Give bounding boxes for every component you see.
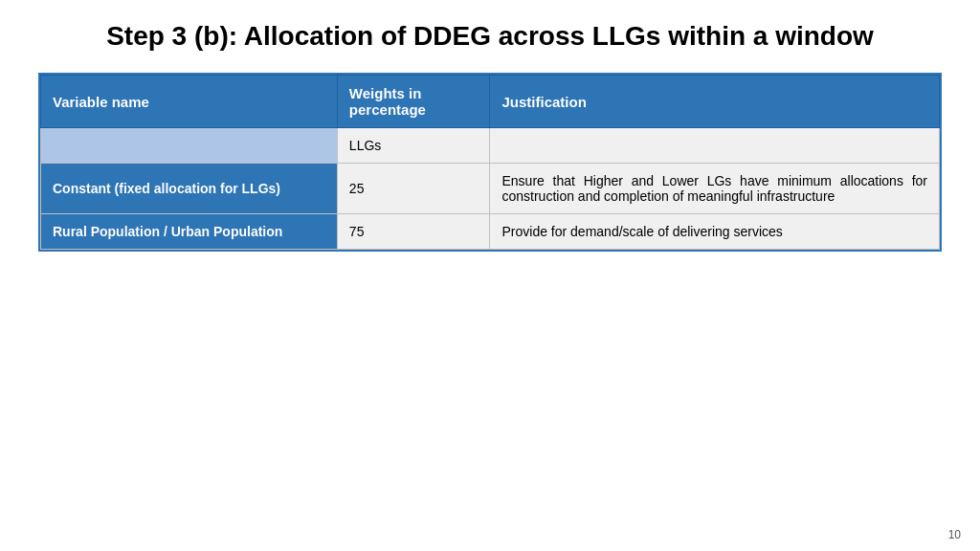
- cell-llgs-weight: LLGs: [337, 128, 490, 164]
- table-row-rural: Rural Population / Urban Population 75 P…: [41, 214, 940, 250]
- col-header-justification: Justification: [490, 76, 940, 128]
- table-header-row: Variable name Weights in percentage Just…: [41, 76, 940, 128]
- cell-rural-justification: Provide for demand/scale of delivering s…: [490, 214, 940, 250]
- cell-rural-variable: Rural Population / Urban Population: [41, 214, 338, 250]
- page-title: Step 3 (b): Allocation of DDEG across LL…: [106, 19, 874, 54]
- cell-constant-weight: 25: [337, 164, 490, 214]
- page-number: 10: [948, 528, 961, 541]
- allocation-table: Variable name Weights in percentage Just…: [40, 75, 940, 250]
- cell-llgs-variable: [41, 128, 338, 164]
- table-row-constant: Constant (fixed allocation for LLGs) 25 …: [41, 164, 940, 214]
- cell-constant-variable: Constant (fixed allocation for LLGs): [41, 164, 338, 214]
- table-row-llgs: LLGs: [41, 128, 940, 164]
- page: Step 3 (b): Allocation of DDEG across LL…: [0, 0, 980, 551]
- col-header-variable: Variable name: [41, 76, 338, 128]
- col-header-weight: Weights in percentage: [337, 76, 490, 128]
- cell-constant-justification: Ensure that Higher and Lower LGs have mi…: [490, 164, 940, 214]
- main-table-wrapper: Variable name Weights in percentage Just…: [38, 73, 942, 252]
- cell-rural-weight: 75: [337, 214, 490, 250]
- cell-llgs-justification: [490, 128, 940, 164]
